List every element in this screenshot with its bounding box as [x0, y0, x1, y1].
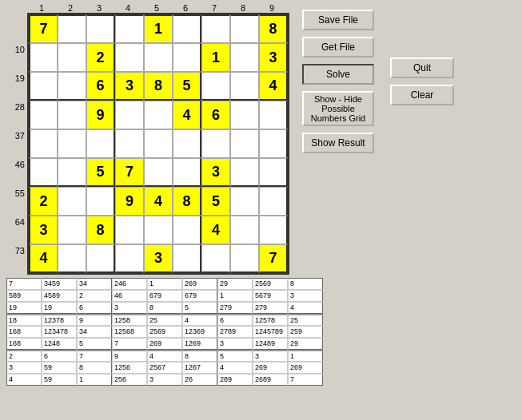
cell-6-6[interactable]: 5: [201, 187, 230, 216]
cell-4-5[interactable]: [173, 129, 201, 158]
cell-2-4[interactable]: 8: [144, 72, 173, 101]
cell-8-8[interactable]: 7: [259, 244, 288, 273]
cell-2-7[interactable]: [230, 72, 259, 101]
pn-cell-4-8: 259: [288, 326, 323, 338]
pn-cell-1-7: 5679: [253, 290, 288, 302]
cell-7-7[interactable]: [230, 216, 259, 244]
cell-7-1[interactable]: [58, 216, 86, 244]
cell-3-5[interactable]: 4: [173, 101, 201, 129]
cell-8-1[interactable]: [58, 244, 86, 273]
cell-3-4[interactable]: [144, 101, 173, 129]
cell-4-8[interactable]: [259, 129, 288, 158]
cell-8-5[interactable]: [173, 244, 201, 273]
cell-1-5[interactable]: [173, 43, 201, 72]
cell-5-6[interactable]: 3: [201, 158, 230, 187]
cell-6-1[interactable]: [58, 187, 86, 216]
cell-6-3[interactable]: 9: [115, 187, 144, 216]
clear-button[interactable]: Clear: [390, 85, 454, 105]
cell-8-3[interactable]: [115, 244, 144, 273]
cell-0-8[interactable]: 8: [259, 14, 288, 43]
cell-3-7[interactable]: [230, 101, 259, 129]
cell-3-2[interactable]: 9: [86, 101, 115, 129]
cell-3-1[interactable]: [58, 101, 86, 129]
cell-7-3[interactable]: [115, 216, 144, 244]
cell-6-4[interactable]: 4: [144, 187, 173, 216]
col-headers: 1 2 3 4 5 6 7 8 9: [27, 3, 289, 13]
pn-cell-4-4: 2569: [147, 326, 182, 338]
show-result-button[interactable]: Show Result: [302, 133, 374, 153]
cell-0-6[interactable]: [201, 14, 230, 43]
cell-5-1[interactable]: [58, 158, 86, 187]
cell-6-7[interactable]: [230, 187, 259, 216]
cell-2-1[interactable]: [58, 72, 86, 101]
cell-5-5[interactable]: [173, 158, 201, 187]
cell-7-0[interactable]: 3: [29, 216, 58, 244]
cell-5-7[interactable]: [230, 158, 259, 187]
get-file-button[interactable]: Get File: [302, 37, 374, 57]
cell-1-3[interactable]: [115, 43, 144, 72]
cell-8-7[interactable]: [230, 244, 259, 273]
cell-3-6[interactable]: 6: [201, 101, 230, 129]
cell-4-2[interactable]: [86, 129, 115, 158]
cell-0-4[interactable]: 1: [144, 14, 173, 43]
cell-0-7[interactable]: [230, 14, 259, 43]
cell-7-2[interactable]: 8: [86, 216, 115, 244]
cell-5-8[interactable]: [259, 158, 288, 187]
pn-cell-5-1: 1248: [42, 338, 77, 350]
col-header-1: 1: [27, 3, 56, 13]
cell-6-0[interactable]: 2: [29, 187, 58, 216]
cell-6-2[interactable]: [86, 187, 115, 216]
solve-button[interactable]: Solve: [302, 64, 374, 85]
cell-2-3[interactable]: 3: [115, 72, 144, 101]
cell-7-5[interactable]: [173, 216, 201, 244]
cell-0-1[interactable]: [58, 14, 86, 43]
cell-7-6[interactable]: 4: [201, 216, 230, 244]
save-file-button[interactable]: Save File: [302, 10, 374, 30]
cell-1-6[interactable]: 1: [201, 43, 230, 72]
cell-6-8[interactable]: [259, 187, 288, 216]
quit-button[interactable]: Quit: [390, 57, 454, 78]
cell-7-4[interactable]: [144, 216, 173, 244]
cell-0-3[interactable]: [115, 14, 144, 43]
cell-1-7[interactable]: [230, 43, 259, 72]
cell-4-3[interactable]: [115, 129, 144, 158]
cell-1-8[interactable]: 3: [259, 43, 288, 72]
cell-5-4[interactable]: [144, 158, 173, 187]
cell-0-0[interactable]: 7: [29, 14, 58, 43]
cell-2-2[interactable]: 6: [86, 72, 115, 101]
cell-0-5[interactable]: [173, 14, 201, 43]
pn-cell-1-1: 4589: [42, 290, 77, 302]
cell-2-5[interactable]: 5: [173, 72, 201, 101]
pn-cell-7-2: 8: [77, 362, 112, 374]
cell-7-8[interactable]: [259, 216, 288, 244]
cell-1-2[interactable]: 2: [86, 43, 115, 72]
cell-5-3[interactable]: 7: [115, 158, 144, 187]
grid-with-labels: 10 19 28 37 46 55 64 73 7182136385494657…: [3, 13, 289, 275]
cell-4-4[interactable]: [144, 129, 173, 158]
cell-2-8[interactable]: 4: [259, 72, 288, 101]
cell-1-1[interactable]: [58, 43, 86, 72]
row-label-55: 55: [3, 185, 27, 214]
cell-4-7[interactable]: [230, 129, 259, 158]
cell-3-0[interactable]: [29, 101, 58, 129]
cell-1-0[interactable]: [29, 43, 58, 72]
cell-4-1[interactable]: [58, 129, 86, 158]
show-hide-button[interactable]: Show - Hide Possible Numbers Grid: [302, 91, 374, 126]
cell-5-0[interactable]: [29, 158, 58, 187]
cell-4-6[interactable]: [201, 129, 230, 158]
cell-2-0[interactable]: [29, 72, 58, 101]
cell-3-8[interactable]: [259, 101, 288, 129]
cell-3-3[interactable]: [115, 101, 144, 129]
cell-4-0[interactable]: [29, 129, 58, 158]
cell-8-2[interactable]: [86, 244, 115, 273]
col-header-9: 9: [257, 3, 286, 13]
cell-6-5[interactable]: 8: [173, 187, 201, 216]
cell-8-6[interactable]: [201, 244, 230, 273]
pn-cell-5-4: 269: [147, 338, 182, 350]
cell-1-4[interactable]: [144, 43, 173, 72]
cell-5-2[interactable]: 5: [86, 158, 115, 187]
cell-8-0[interactable]: 4: [29, 244, 58, 273]
cell-0-2[interactable]: [86, 14, 115, 43]
cell-2-6[interactable]: [201, 72, 230, 101]
cell-8-4[interactable]: 3: [144, 244, 173, 273]
